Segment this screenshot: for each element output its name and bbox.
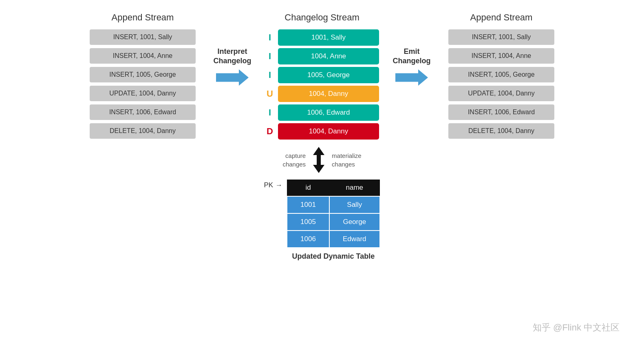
change-box-0: 1001, Sally bbox=[278, 29, 379, 46]
diagram-container: Append Stream INSERT, 1001, Sally INSERT… bbox=[0, 0, 644, 346]
table-caption: Updated Dynamic Table bbox=[287, 252, 380, 261]
left-row-1: INSERT, 1004, Anne bbox=[90, 48, 196, 64]
change-box-1: 1004, Anne bbox=[278, 48, 379, 64]
vertical-double-arrow-icon bbox=[310, 147, 328, 173]
changelog-row-5: D 1004, Danny bbox=[265, 123, 379, 140]
table-row-0: 1001 Sally bbox=[287, 196, 379, 213]
change-type-3: U bbox=[265, 89, 275, 99]
right-row-5: DELETE, 1004, Danny bbox=[448, 123, 554, 139]
table-row-2: 1006 Edward bbox=[287, 231, 379, 248]
changelog-row-0: I 1001, Sally bbox=[265, 29, 379, 46]
changelog-stream: Changelog Stream I 1001, Sally I 1004, A… bbox=[259, 12, 385, 140]
left-blue-arrow-icon bbox=[216, 69, 249, 86]
changelog-row-4: I 1006, Edward bbox=[265, 104, 379, 121]
svg-marker-0 bbox=[216, 69, 249, 86]
pk-arrow-icon: → bbox=[276, 181, 282, 189]
interpret-changelog-label: InterpretChangelog bbox=[214, 47, 251, 66]
table-cell-name-1: George bbox=[329, 213, 380, 231]
vertical-arrow-area: capturechanges materializechanges bbox=[282, 147, 361, 173]
left-append-stream: Append Stream INSERT, 1001, Sally INSERT… bbox=[84, 12, 202, 140]
svg-marker-1 bbox=[395, 69, 428, 86]
capture-changes-label: capturechanges bbox=[282, 151, 306, 169]
changelog-row-1: I 1004, Anne bbox=[265, 48, 379, 64]
right-row-2: INSERT, 1005, George bbox=[448, 67, 554, 82]
materialize-changes-label: materializechanges bbox=[332, 151, 362, 169]
change-type-2: I bbox=[265, 70, 275, 80]
emit-changelog-arrow-area: EmitChangelog bbox=[385, 47, 438, 86]
change-box-3: 1004, Danny bbox=[278, 86, 379, 102]
table-with-pk: PK → id name 1001 bbox=[264, 177, 380, 261]
change-type-5: D bbox=[265, 126, 275, 137]
right-row-1: INSERT, 1004, Anne bbox=[448, 48, 554, 64]
table-cell-id-1: 1005 bbox=[287, 213, 329, 231]
bottom-section: capturechanges materializechanges PK → bbox=[8, 147, 636, 261]
emit-changelog-label: EmitChangelog bbox=[393, 47, 431, 66]
table-header-id: id bbox=[287, 180, 329, 196]
right-append-stream: Append Stream INSERT, 1001, Sally INSERT… bbox=[442, 12, 560, 140]
watermark: 知乎 @Flink 中文社区 bbox=[533, 322, 620, 334]
table-cell-id-2: 1006 bbox=[287, 231, 329, 248]
svg-marker-4 bbox=[313, 165, 324, 173]
table-header-name: name bbox=[329, 180, 380, 196]
change-type-0: I bbox=[265, 32, 275, 43]
svg-rect-3 bbox=[317, 154, 321, 166]
table-row-1: 1005 George bbox=[287, 213, 379, 231]
center-column-title: Changelog Stream bbox=[285, 12, 359, 23]
interpret-changelog-arrow-area: InterpretChangelog bbox=[206, 47, 259, 86]
bottom-center: capturechanges materializechanges PK → bbox=[264, 147, 380, 261]
left-column-title: Append Stream bbox=[112, 12, 174, 23]
changelog-row-3: U 1004, Danny bbox=[265, 86, 379, 102]
pk-row: PK → bbox=[264, 181, 282, 189]
table-cell-name-2: Edward bbox=[329, 231, 380, 248]
change-box-2: 1005, George bbox=[278, 67, 379, 83]
left-row-3: UPDATE, 1004, Danny bbox=[90, 86, 196, 101]
left-row-4: INSERT, 1006, Edward bbox=[90, 104, 196, 120]
changelog-row-2: I 1005, George bbox=[265, 67, 379, 83]
pk-label-text: PK bbox=[264, 181, 273, 189]
right-row-3: UPDATE, 1004, Danny bbox=[448, 86, 554, 101]
dynamic-table: id name 1001 Sally 1005 George bbox=[287, 180, 380, 248]
change-type-4: I bbox=[265, 107, 275, 118]
change-box-5: 1004, Danny bbox=[278, 123, 379, 140]
svg-marker-2 bbox=[313, 147, 324, 155]
right-row-4: INSERT, 1006, Edward bbox=[448, 104, 554, 120]
dynamic-table-wrapper: id name 1001 Sally 1005 George bbox=[287, 177, 380, 261]
change-type-1: I bbox=[265, 51, 275, 62]
table-cell-id-0: 1001 bbox=[287, 196, 329, 213]
left-row-5: DELETE, 1004, Danny bbox=[90, 123, 196, 139]
change-box-4: 1006, Edward bbox=[278, 104, 379, 121]
right-blue-arrow-icon bbox=[395, 69, 428, 86]
top-columns-wrapper: Append Stream INSERT, 1001, Sally INSERT… bbox=[84, 12, 560, 140]
left-row-0: INSERT, 1001, Sally bbox=[90, 29, 196, 45]
table-cell-name-0: Sally bbox=[329, 196, 380, 213]
left-row-2: INSERT, 1005, George bbox=[90, 67, 196, 82]
right-row-0: INSERT, 1001, Sally bbox=[448, 29, 554, 45]
right-column-title: Append Stream bbox=[470, 12, 533, 23]
